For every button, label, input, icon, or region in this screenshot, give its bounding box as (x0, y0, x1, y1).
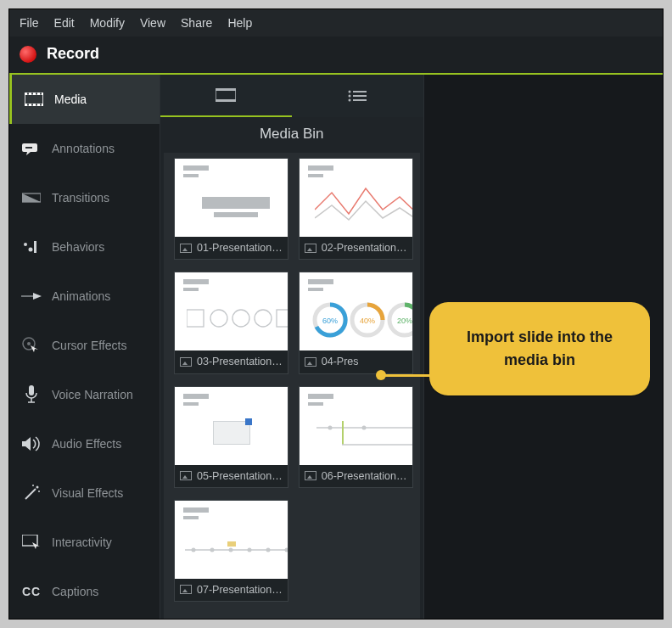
animations-icon (21, 291, 42, 301)
menu-edit[interactable]: Edit (54, 16, 75, 30)
media-item[interactable]: 02-Presentation… (299, 158, 413, 260)
sidebar-item-cursor-effects[interactable]: Cursor Effects (9, 321, 160, 370)
media-item-label: 05-Presentation… (175, 465, 288, 487)
svg-text:60%: 60% (322, 317, 338, 325)
menu-modify[interactable]: Modify (90, 16, 125, 30)
sidebar-item-captions[interactable]: CC Captions (9, 567, 160, 616)
sidebar-item-transitions[interactable]: Transitions (9, 173, 160, 222)
wand-icon (21, 484, 42, 502)
media-thumbnail (175, 272, 288, 350)
svg-rect-8 (31, 104, 33, 106)
menu-help[interactable]: Help (227, 16, 252, 30)
record-label: Record (47, 45, 99, 63)
svg-marker-20 (33, 293, 42, 300)
svg-rect-43 (187, 310, 204, 327)
svg-rect-3 (27, 93, 29, 95)
sidebar-item-annotations[interactable]: Annotations (9, 124, 160, 173)
media-thumbnail (175, 159, 288, 237)
sidebar-item-audio-effects[interactable]: Audio Effects (9, 419, 160, 468)
media-thumbnail (175, 387, 288, 465)
media-item-label: 06-Presentation… (300, 465, 412, 487)
svg-rect-13 (25, 147, 32, 149)
media-thumbnail (175, 501, 288, 579)
svg-rect-66 (227, 541, 236, 547)
media-thumbnail (300, 387, 412, 465)
svg-point-30 (32, 485, 34, 486)
menu-view[interactable]: View (140, 16, 165, 30)
sidebar-item-label: Visual Effects (52, 486, 123, 500)
svg-point-64 (266, 547, 271, 552)
media-item-label: 04-Pres (300, 350, 412, 373)
media-item[interactable]: 05-Presentation… (174, 386, 288, 488)
sidebar-item-visual-effects[interactable]: Visual Effects (9, 468, 160, 518)
sidebar-item-label: Transitions (52, 191, 109, 205)
sidebar-item-label: Interactivity (52, 535, 112, 549)
svg-marker-12 (26, 152, 31, 155)
image-icon (305, 471, 316, 480)
sidebar-item-label: Voice Narration (52, 388, 133, 401)
media-item[interactable]: 07-Presentation… (174, 500, 288, 602)
cc-icon: CC (21, 585, 42, 598)
view-tab-list[interactable] (292, 75, 423, 117)
svg-point-31 (38, 491, 40, 492)
svg-marker-27 (22, 437, 31, 451)
svg-rect-6 (40, 93, 42, 95)
record-bar[interactable]: Record (9, 36, 663, 75)
svg-rect-18 (34, 241, 36, 253)
svg-rect-42 (353, 99, 367, 101)
callout-pointer-line (381, 374, 432, 377)
interactivity-icon (21, 535, 42, 550)
mic-icon (21, 385, 42, 404)
transitions-icon (21, 192, 42, 204)
sidebar-item-animations[interactable]: Animations (9, 272, 160, 321)
sidebar-item-label: Cursor Effects (52, 339, 126, 352)
svg-point-41 (349, 99, 351, 102)
list-icon (348, 90, 367, 102)
film-icon (24, 93, 44, 106)
media-item-label: 03-Presentation… (175, 350, 288, 373)
svg-point-22 (27, 342, 31, 345)
sidebar-item-behaviors[interactable]: Behaviors (9, 222, 160, 272)
svg-marker-15 (22, 193, 41, 202)
svg-rect-47 (277, 310, 288, 327)
sidebar-item-label: Annotations (52, 142, 115, 155)
menu-share[interactable]: Share (181, 16, 212, 30)
svg-text:20%: 20% (397, 317, 412, 325)
sidebar-item-media[interactable]: Media (9, 75, 160, 124)
view-tab-thumbnail[interactable] (160, 75, 292, 117)
svg-rect-38 (353, 91, 367, 93)
media-bin-title: Media Bin (160, 117, 423, 153)
image-icon (180, 585, 192, 594)
svg-point-29 (36, 486, 39, 489)
media-item[interactable]: 01-Presentation… (174, 158, 288, 260)
film-icon (216, 88, 236, 102)
menu-file[interactable]: File (20, 16, 39, 30)
behaviors-icon (21, 239, 42, 255)
sidebar-item-voice-narration[interactable]: Voice Narration (9, 370, 160, 419)
svg-point-56 (361, 425, 366, 429)
annotation-icon (21, 142, 42, 155)
image-icon (305, 244, 316, 253)
svg-rect-9 (36, 104, 37, 106)
svg-rect-40 (353, 95, 367, 97)
media-item[interactable]: 03-Presentation… (174, 272, 288, 373)
app-window: File Edit Modify View Share Help Record … (8, 8, 664, 620)
svg-point-60 (192, 547, 196, 552)
svg-rect-7 (27, 104, 29, 106)
media-thumbnail: 60%40%20% (300, 272, 412, 350)
media-item[interactable]: 60%40%20% 04-Pres (299, 272, 413, 373)
cursor-effects-icon (21, 337, 42, 354)
svg-point-45 (232, 310, 249, 327)
view-tabs (160, 75, 423, 117)
media-item[interactable]: 06-Presentation… (299, 386, 413, 488)
svg-point-16 (24, 243, 27, 246)
record-icon (20, 46, 36, 63)
callout-pointer-dot (376, 370, 386, 380)
media-item-label: 07-Presentation… (175, 579, 288, 601)
sidebar-item-interactivity[interactable]: Interactivity (9, 518, 160, 567)
image-icon (180, 471, 192, 480)
sidebar-item-label: Behaviors (52, 240, 104, 254)
svg-point-65 (285, 547, 288, 552)
media-bin: 01-Presentation… 02-Presentation… (160, 153, 423, 619)
tutorial-callout: Import slide into the media bin (429, 302, 650, 395)
